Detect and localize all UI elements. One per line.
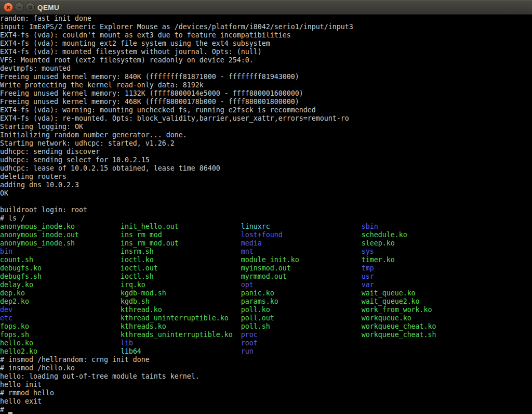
terminal-text: ins_rm_mod: [121, 231, 241, 239]
terminal-text: # rmmod hello: [0, 389, 54, 397]
terminal-text: udhcpc: sending discover: [0, 148, 100, 156]
terminal-line: anonymous_inode.ko init_hello.out linuxr…: [0, 223, 532, 231]
terminal-line: random: fast init done: [0, 15, 532, 23]
window-title: QEMU: [37, 4, 59, 11]
terminal-text: delay.ko: [0, 281, 121, 289]
terminal-text: poll.sh: [241, 322, 362, 330]
terminal-text: run: [241, 347, 254, 355]
terminal-text: udhcpc: sending select for 10.0.2.15: [0, 156, 150, 164]
terminal-text: count.sh: [0, 256, 121, 264]
terminal-text: # insmod /hellrandom: crng init done: [0, 356, 150, 364]
terminal-text: workqueue_cheat.sh: [362, 331, 436, 339]
terminal-text: kthreads_uninterruptible.ko: [121, 331, 241, 339]
terminal-text: irq.ko: [121, 281, 241, 289]
terminal-text: Freeing unused kernel memory: 1132K (fff…: [0, 89, 303, 97]
terminal-line: udhcpc: sending select for 10.0.2.15: [0, 156, 532, 164]
terminal-line: delay.ko irq.ko opt var: [0, 281, 532, 289]
terminal-text: usr: [362, 273, 374, 280]
title-bar[interactable]: QEMU: [0, 0, 532, 15]
terminal-text: Write protecting the kernel read-only da…: [0, 81, 204, 89]
terminal-text: kthread_uninterruptible.ko: [121, 314, 241, 322]
terminal-text: hello init: [0, 381, 42, 389]
terminal-text: hello: loading out-of-tree module taints…: [0, 372, 200, 380]
terminal-text: Starting logging: OK: [0, 123, 83, 131]
terminal-text: dep.ko: [0, 289, 121, 297]
terminal-line: deleting routers: [0, 173, 532, 181]
terminal-text: panic.ko: [241, 289, 362, 297]
terminal-line: OK: [0, 189, 532, 198]
terminal-text: devtmpfs: mounted: [0, 64, 71, 72]
terminal-line: fops.ko kthreads.ko poll.sh workqueue_ch…: [0, 322, 532, 331]
terminal-text: lost+found: [241, 231, 362, 239]
terminal-line: debugfs.ko ioctl.out myinsmod.out tmp: [0, 264, 532, 273]
terminal-line: fops.sh kthreads_uninterruptible.ko proc…: [0, 331, 532, 339]
terminal-line: dev kthread.ko poll.ko work_from_work.ko: [0, 306, 532, 314]
terminal-line: hello exit: [0, 397, 532, 406]
terminal-text: dev: [0, 306, 121, 314]
terminal-line: #: [0, 406, 532, 414]
terminal-text: ioctl.sh: [121, 273, 241, 280]
terminal-text: EXT4-fs (vda): warning: mounting uncheck…: [0, 106, 316, 114]
terminal-text: poll.ko: [241, 306, 362, 314]
terminal-text: insrm.sh: [121, 248, 241, 255]
terminal-text: params.ko: [241, 297, 362, 305]
terminal-line: [0, 198, 532, 206]
terminal-line: EXT4-fs (vda): warning: mounting uncheck…: [0, 106, 532, 114]
terminal-text: var: [362, 281, 374, 289]
terminal-text: media: [241, 239, 362, 247]
maximize-icon[interactable]: [25, 3, 35, 12]
terminal-line: anonymous_inode.sh ins_rm_mod.out media …: [0, 239, 532, 248]
terminal-line: VFS: Mounted root (ext2 filesystem) read…: [0, 56, 532, 64]
terminal-text: Freeing unused kernel memory: 840K (ffff…: [0, 73, 299, 81]
terminal-text: anonymous_inode.out: [0, 231, 121, 239]
terminal-text: ins_rm_mod.out: [121, 239, 241, 247]
terminal-text: proc: [241, 331, 362, 339]
terminal-line: dep2.ko kgdb.sh params.ko wait_queue2.ko: [0, 297, 532, 306]
terminal-text: fops.sh: [0, 331, 121, 339]
terminal-line: bin insrm.sh mnt sys: [0, 248, 532, 256]
terminal-text: hello2.ko: [0, 347, 121, 355]
terminal-text: workqueue.ko: [362, 314, 411, 322]
terminal-line: EXT4-fs (vda): couldn't mount as ext3 du…: [0, 31, 532, 40]
terminal-text: random: fast init done: [0, 15, 91, 22]
terminal-text: kthread.ko: [121, 306, 241, 314]
terminal-line: EXT4-fs (vda): re-mounted. Opts: block_v…: [0, 114, 532, 123]
terminal-line: Write protecting the kernel read-only da…: [0, 81, 532, 89]
terminal-text: init_hello.out: [121, 223, 241, 230]
terminal-line: Starting logging: OK: [0, 123, 532, 131]
terminal-line: count.sh ioctl.ko module_init.ko timer.k…: [0, 256, 532, 264]
terminal-text: VFS: Mounted root (ext2 filesystem) read…: [0, 56, 254, 64]
terminal-screen[interactable]: random: fast init doneinput: ImExPS/2 Ge…: [0, 15, 532, 414]
terminal-text: lib64: [121, 347, 241, 355]
terminal-text: ioctl.ko: [121, 256, 241, 264]
terminal-text: dep2.ko: [0, 297, 121, 305]
terminal-text: deleting routers: [0, 173, 66, 180]
terminal-line: Initializing random number generator... …: [0, 131, 532, 139]
close-icon[interactable]: [4, 3, 13, 12]
terminal-text: module_init.ko: [241, 256, 362, 264]
minimize-icon[interactable]: [15, 3, 24, 12]
terminal-text: schedule.ko: [362, 231, 407, 239]
terminal-text: Freeing unused kernel memory: 468K (ffff…: [0, 98, 299, 106]
terminal-text: etc: [0, 314, 121, 322]
terminal-line: EXT4-fs (vda): mounted filesystem withou…: [0, 48, 532, 56]
terminal-text: sys: [362, 248, 374, 255]
terminal-text: linuxrc: [241, 223, 362, 230]
terminal-text: poll.out: [241, 314, 362, 322]
terminal-text: OK: [0, 189, 8, 197]
terminal-text: sbin: [362, 223, 378, 230]
terminal-line: # insmod /hellrandom: crng init done: [0, 356, 532, 364]
terminal-line: udhcpc: sending discover: [0, 148, 532, 156]
terminal-text: tmp: [362, 264, 374, 272]
terminal-text: EXT4-fs (vda): mounting ext2 file system…: [0, 40, 270, 47]
terminal-text: timer.ko: [362, 256, 395, 264]
terminal-line: # insmod /hello.ko: [0, 364, 532, 372]
terminal-text: udhcpc: lease of 10.0.2.15 obtained, lea…: [0, 164, 220, 172]
terminal-text: root: [241, 339, 258, 347]
terminal-text: myinsmod.out: [241, 264, 362, 272]
terminal-line: hello init: [0, 381, 532, 389]
terminal-text: # ls /: [0, 214, 25, 222]
terminal-line: # ls /: [0, 214, 532, 223]
terminal-text: anonymous_inode.sh: [0, 239, 121, 247]
terminal-line: debugfs.sh ioctl.sh myrmmod.out usr: [0, 273, 532, 281]
